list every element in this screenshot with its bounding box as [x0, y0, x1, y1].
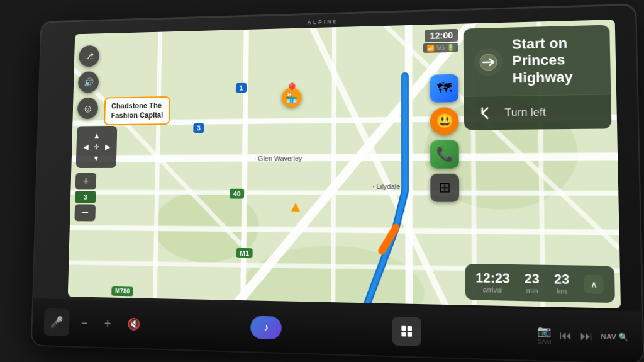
mute-button[interactable]: 🔇 — [123, 314, 145, 334]
sidebar-left: ⎇ 🔊 ◎ ▲ ◀ ✛ ▶ ▼ + 3 − — [74, 45, 119, 222]
vol-down-button[interactable]: − — [76, 313, 92, 332]
highway-badge-m1: M1 — [236, 247, 253, 257]
signal-label: 5G — [436, 44, 445, 51]
zoom-in-button[interactable]: + — [75, 173, 97, 189]
zoom-out-button[interactable]: − — [74, 204, 96, 221]
bottom-left-controls: 🎤 − + 🔇 — [43, 308, 145, 337]
directions-button[interactable]: ⎇ — [79, 45, 99, 66]
volume-button[interactable]: 🔊 — [78, 71, 99, 93]
zoom-level-badge: 3 — [75, 191, 96, 203]
lilydale-label: · Lilydale — [372, 183, 400, 190]
status-time: 12:00 — [425, 28, 458, 42]
nav-instruction-main: Start on Princes Highway — [464, 25, 611, 96]
glen-waverley-label: · Glen Waverley — [254, 154, 302, 162]
location-button[interactable]: ◎ — [77, 97, 99, 118]
destination-pin: 📍 — [284, 82, 300, 97]
highway-badge-3: 3 — [193, 123, 204, 133]
nav-main-arrow-icon — [474, 47, 502, 76]
sidebar-right: 🗺 😃 📞 ⊞ — [430, 74, 460, 201]
highway-badge-m780: M780 — [111, 286, 133, 295]
device-outer: ALPINE — [32, 4, 643, 362]
svg-rect-22 — [401, 325, 406, 330]
highway-badge-1: 1 — [236, 82, 247, 93]
prev-button[interactable]: ⏮ — [559, 328, 572, 342]
bottom-bar: 🎤 − + 🔇 ♪ — [32, 298, 643, 362]
next-button[interactable]: ⏭ — [580, 329, 592, 343]
mic-button[interactable]: 🎤 — [43, 308, 69, 336]
bottom-center — [392, 316, 421, 346]
eta-arrival-value: 12:23 — [475, 270, 510, 286]
home-grid-button[interactable] — [392, 316, 421, 346]
phone-app-icon[interactable]: 📞 — [430, 140, 459, 168]
eta-minutes-value: 23 — [525, 271, 540, 286]
nav-panel: Start on Princes Highway Turn left — [464, 25, 612, 130]
alpine-logo: ALPINE — [307, 18, 338, 25]
signal-bars: 📶 — [426, 44, 434, 51]
car-marker: ▲ — [288, 197, 303, 215]
waze-app-icon[interactable]: 😃 — [430, 107, 459, 135]
eta-bar: 12:23 arrival 23 min 23 km ∧ — [465, 263, 615, 302]
svg-rect-25 — [408, 332, 412, 336]
maps-app-icon[interactable]: 🗺 — [430, 74, 459, 102]
status-bar: 12:00 📶 5G 🔋 — [423, 28, 458, 52]
eta-arrival-label: arrival — [475, 285, 510, 294]
highway-badge-40: 40 — [230, 188, 245, 198]
nav-next-arrow-icon — [474, 103, 496, 123]
eta-minutes: 23 min — [525, 271, 540, 294]
battery-icon: 🔋 — [447, 43, 454, 50]
nav-instruction-next: Turn left — [464, 94, 611, 130]
vol-up-button[interactable]: + — [99, 314, 116, 333]
eta-expand-button[interactable]: ∧ — [584, 274, 604, 293]
eta-minutes-label: min — [525, 286, 540, 294]
bottom-right-controls: 📷 CAM ⏮ ⏭ NAV 🔍 — [537, 324, 628, 347]
nav-main-text: Start on Princes Highway — [512, 34, 600, 86]
cam-button[interactable]: 📷 CAM — [537, 324, 551, 345]
svg-rect-23 — [408, 325, 412, 330]
zoom-controls: + 3 − — [74, 173, 116, 221]
nav-next-text: Turn left — [504, 106, 546, 119]
status-signal: 📶 5G 🔋 — [423, 42, 458, 52]
music-button[interactable]: ♪ — [250, 315, 282, 339]
grid-app-icon[interactable]: ⊞ — [430, 173, 459, 201]
svg-rect-24 — [401, 332, 406, 336]
move-control[interactable]: ▲ ◀ ✛ ▶ ▼ — [76, 125, 118, 167]
screen: Chadstone TheFashion Capital · Glen Wave… — [68, 20, 621, 308]
eta-km-value: 23 — [554, 271, 570, 287]
nav-button[interactable]: NAV 🔍 — [601, 332, 628, 341]
device-wrapper: ALPINE — [20, 11, 624, 351]
eta-km-label: km — [554, 286, 569, 295]
eta-arrival: 12:23 arrival — [475, 270, 510, 294]
eta-km: 23 km — [554, 271, 570, 295]
